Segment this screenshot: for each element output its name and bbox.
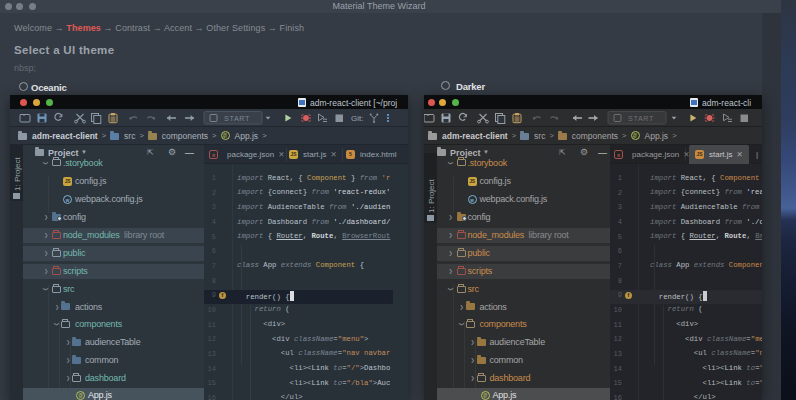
svg-text:START: START [224,114,250,123]
svg-text:Git:: Git: [351,114,363,123]
svg-text:START: START [628,114,654,123]
